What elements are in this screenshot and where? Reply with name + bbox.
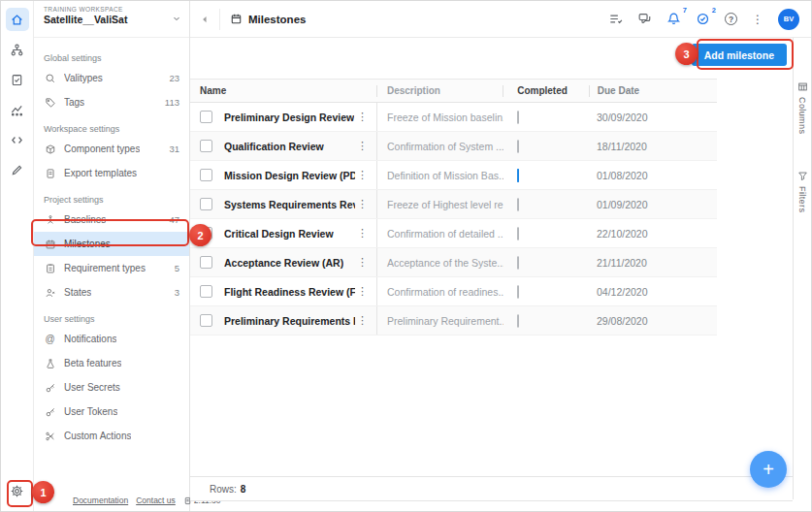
annotation-step-2: 2 — [189, 224, 211, 246]
requirements-icon[interactable] — [6, 68, 29, 91]
sidebar-item-baselines[interactable]: Baselines 47 — [34, 208, 189, 232]
sidebar-item-count: 23 — [169, 73, 179, 83]
columns-grid-icon — [797, 81, 808, 92]
sidebar-item-label: Tags — [64, 97, 84, 108]
row-checkbox[interactable] — [200, 314, 212, 327]
annotation-step-1: 1 — [32, 481, 54, 503]
row-menu-icon[interactable]: ⋮ — [357, 257, 368, 268]
milestone-description: Confirmation of readines... — [377, 286, 503, 298]
sidebar-item-count: 47 — [169, 214, 179, 225]
column-header-due-date[interactable]: Due Date — [590, 85, 717, 96]
column-header-description[interactable]: Description — [377, 85, 503, 96]
milestone-due-date: 22/10/2020 — [589, 228, 717, 240]
fab-add-button[interactable]: + — [750, 451, 787, 488]
table-row: Preliminary Requirements Re...⋮ Prelimin… — [190, 306, 717, 336]
add-milestone-button[interactable]: Add milestone — [692, 44, 787, 66]
sidebar-item-requirement-types[interactable]: Requirement types 5 — [34, 256, 189, 280]
sidebar-item-user-secrets[interactable]: User Secrets — [34, 375, 189, 400]
sidebar-item-valitypes[interactable]: Valitypes 23 — [34, 66, 189, 90]
sidebar-item-label: Notifications — [64, 334, 116, 344]
sidebar-item-label: User Secrets — [64, 382, 120, 393]
tasks-list-icon[interactable] — [608, 12, 623, 26]
milestone-description: Preliminary Requirement... — [377, 315, 503, 327]
table-row: Critical Design Review⋮ Confirmation of … — [190, 219, 717, 248]
sidebar-item-notifications[interactable]: @ Notifications — [34, 327, 189, 351]
workspace-selector[interactable]: TRAINING WORKSPACE Satellite__ValiSat — [34, 1, 189, 38]
milestone-due-date: 04/12/2020 — [589, 286, 717, 298]
column-header-completed[interactable]: Completed — [503, 85, 589, 96]
sidebar-item-user-tokens[interactable]: User Tokens — [34, 400, 189, 424]
notifications-badge: 7 — [683, 6, 687, 15]
sidebar-item-label: Export templates — [64, 168, 137, 178]
chevron-down-icon — [172, 14, 181, 23]
row-menu-icon[interactable]: ⋮ — [357, 170, 368, 180]
clipboard-icon — [44, 262, 56, 274]
comments-icon[interactable] — [637, 12, 652, 26]
milestone-name[interactable]: Critical Design Review — [224, 228, 334, 240]
row-checkbox[interactable] — [200, 140, 212, 152]
milestone-name[interactable]: Preliminary Requirements Re... — [224, 315, 355, 327]
collapse-sidebar-icon[interactable] — [200, 15, 210, 24]
notifications-bell-icon[interactable]: 7 — [666, 12, 681, 26]
milestone-name[interactable]: Flight Readiness Review (FRR... — [224, 286, 355, 298]
edit-icon[interactable] — [6, 158, 29, 181]
row-checkbox[interactable] — [200, 256, 212, 269]
sidebar-item-tags[interactable]: Tags 113 — [34, 90, 189, 114]
column-header-name[interactable]: Name — [190, 80, 376, 102]
user-avatar[interactable]: BV — [778, 9, 799, 30]
columns-tab[interactable]: Columns — [797, 81, 808, 134]
milestone-due-date: 18/11/2020 — [589, 141, 717, 152]
sidebar-item-states[interactable]: States 3 — [34, 280, 189, 304]
documentation-link[interactable]: Documentation — [73, 496, 128, 505]
row-menu-icon[interactable]: ⋮ — [357, 286, 368, 297]
sidebar-item-custom-actions[interactable]: Custom Actions — [34, 424, 189, 448]
home-icon[interactable] — [6, 8, 29, 31]
row-checkbox[interactable] — [200, 169, 212, 181]
completed-checkbox[interactable] — [517, 198, 519, 211]
row-checkbox[interactable] — [200, 111, 212, 123]
filters-tab-label: Filters — [797, 186, 807, 212]
sidebar-item-export-templates[interactable]: Export templates — [34, 161, 189, 185]
row-menu-icon[interactable]: ⋮ — [357, 141, 368, 151]
help-icon[interactable]: ? — [725, 13, 737, 25]
hierarchy-icon[interactable] — [6, 38, 29, 61]
row-menu-icon[interactable]: ⋮ — [357, 315, 368, 326]
row-menu-icon[interactable]: ⋮ — [357, 228, 368, 239]
key-icon — [44, 381, 56, 394]
filters-tab[interactable]: Filters — [797, 171, 808, 212]
sidebar-item-component-types[interactable]: Component types 31 — [34, 137, 189, 161]
milestone-name[interactable]: Acceptance Review (AR) — [224, 257, 343, 269]
milestone-name[interactable]: Preliminary Design Review — [224, 112, 354, 123]
milestone-due-date: 01/08/2020 — [589, 170, 717, 181]
approvals-icon[interactable]: 2 — [696, 12, 710, 26]
milestones-table: Name Description Completed Due Date Prel… — [190, 79, 717, 336]
completed-checkbox[interactable] — [517, 169, 519, 182]
sidebar-item-milestones[interactable]: Milestones — [34, 232, 189, 256]
sidebar-item-beta-features[interactable]: Beta features — [34, 351, 189, 375]
row-menu-icon[interactable]: ⋮ — [357, 112, 368, 122]
row-checkbox[interactable] — [200, 198, 212, 210]
completed-checkbox[interactable] — [517, 285, 519, 299]
milestone-name[interactable]: Qualification Review — [224, 141, 324, 152]
workspace-name: Satellite__ValiSat — [44, 14, 181, 25]
contact-us-link[interactable]: Contact us — [136, 496, 176, 505]
completed-checkbox[interactable] — [517, 227, 519, 240]
more-options-icon[interactable]: ⋮ — [752, 14, 763, 25]
completed-checkbox[interactable] — [517, 140, 519, 153]
settings-gear-icon[interactable] — [6, 479, 29, 502]
document-icon — [44, 167, 56, 179]
calendar-icon — [230, 13, 243, 25]
scripting-icon[interactable] — [6, 128, 29, 151]
row-menu-icon[interactable]: ⋮ — [357, 199, 368, 209]
analyses-icon[interactable] — [6, 98, 29, 121]
sidebar-item-label: Component types — [64, 144, 140, 154]
completed-checkbox[interactable] — [517, 314, 519, 328]
table-footer: Rows: 8 — [190, 476, 793, 501]
topbar-divider — [219, 9, 220, 30]
valitypes-icon — [44, 72, 56, 84]
row-checkbox[interactable] — [200, 285, 212, 298]
milestone-name[interactable]: Mission Design Review (PDR) — [224, 170, 355, 181]
completed-checkbox[interactable] — [517, 111, 519, 124]
completed-checkbox[interactable] — [517, 256, 519, 270]
milestone-name[interactable]: Systems Requirements Revie... — [224, 199, 355, 210]
